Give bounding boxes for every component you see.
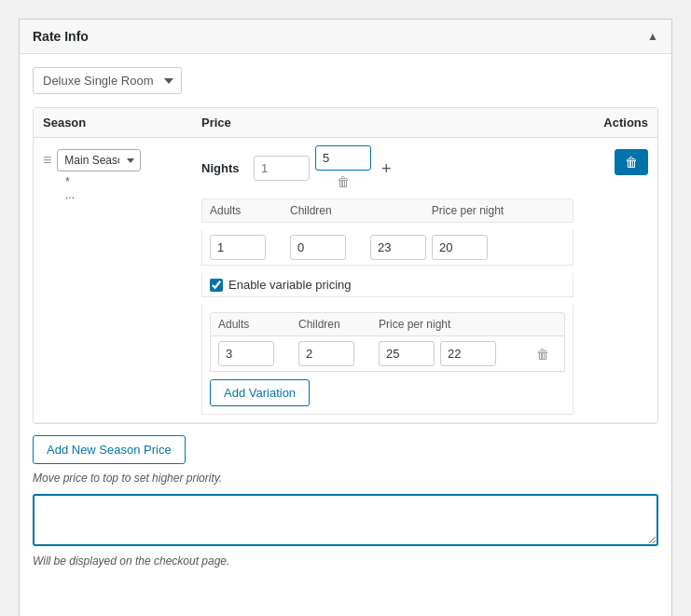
rates-table: Season Price Actions ≡ Main SeasonSummer… [33,107,658,424]
enable-variable-pricing-label: Enable variable pricing [228,278,352,292]
adults-col-label: Adults [210,204,284,217]
variation-ppn1-input[interactable] [379,341,435,366]
add-new-season-price-button[interactable]: Add New Season Price [33,435,186,464]
season-cell: ≡ Main SeasonSummerWinter *... [43,145,201,201]
variation-children-header: Children [298,318,373,331]
variation-ppn2-input[interactable] [440,341,496,366]
panel-header: Rate Info ▲ [20,20,671,54]
col-season-header: Season [43,116,201,130]
variation-adults-input[interactable] [218,341,274,366]
ppn-col-label: Price per night [370,204,565,217]
delete-variation-button[interactable]: 🗑 [529,345,557,363]
price-cell: Nights 🗑 + Adults Children Price per nig… [201,145,574,415]
room-select[interactable]: Deluxe Single RoomStandard RoomSuite [33,67,182,94]
col-price-header: Price [201,116,574,130]
table-row: ≡ Main SeasonSummerWinter *... Nights 🗑 [34,138,657,423]
variation-children-input[interactable] [298,341,354,366]
variation-adults-header: Adults [218,318,293,331]
adults-children-row [201,230,574,266]
delete-night-range-button[interactable]: 🗑 [333,172,353,191]
nights-label: Nights [201,161,248,175]
actions-cell: 🗑 [574,145,648,175]
panel-body: Deluxe Single RoomStandard RoomSuite Sea… [20,54,671,581]
children-input[interactable] [290,235,346,260]
nights-row: Nights 🗑 + [201,145,574,191]
variation-section: Adults Children Price per night [201,305,574,415]
variation-actions-header [529,318,557,331]
season-asterisk: *... [43,175,201,201]
panel-title: Rate Info [33,29,89,44]
variable-pricing-row: Enable variable pricing [201,273,574,297]
ppn-inputs [370,235,565,260]
room-select-wrap: Deluxe Single RoomStandard RoomSuite [33,67,658,94]
ppn1-input[interactable] [370,235,426,260]
rate-info-panel: Rate Info ▲ Deluxe Single RoomStandard R… [19,19,672,616]
variation-header: Adults Children Price per night [210,312,565,336]
variation-ppn-inputs [379,341,523,366]
table-header: Season Price Actions [34,108,657,138]
nights-delete-wrap: 🗑 [315,145,371,191]
checkout-textarea[interactable] [33,494,658,546]
add-night-range-button[interactable]: + [377,158,396,179]
variation-row: 🗑 [210,336,565,372]
priority-note: Move price to top to set higher priority… [33,472,658,485]
variation-ppn-header: Price per night [379,318,523,331]
checkout-note: Will be displayed on the checkout page. [33,554,658,568]
adults-children-header: Adults Children Price per night [201,198,574,223]
ppn2-input[interactable] [432,235,488,260]
adults-input[interactable] [210,235,266,260]
enable-variable-pricing-checkbox[interactable] [210,279,223,292]
col-actions-header: Actions [574,116,648,130]
nights-min-input[interactable] [254,156,310,181]
season-cell-top: ≡ Main SeasonSummerWinter [43,149,201,171]
season-select[interactable]: Main SeasonSummerWinter [57,149,141,171]
collapse-icon[interactable]: ▲ [647,30,658,43]
add-variation-button[interactable]: Add Variation [210,379,310,406]
delete-rate-row-button[interactable]: 🗑 [615,149,648,175]
children-col-label: Children [290,204,365,217]
nights-max-input[interactable] [315,145,371,171]
drag-handle-icon[interactable]: ≡ [43,152,51,169]
